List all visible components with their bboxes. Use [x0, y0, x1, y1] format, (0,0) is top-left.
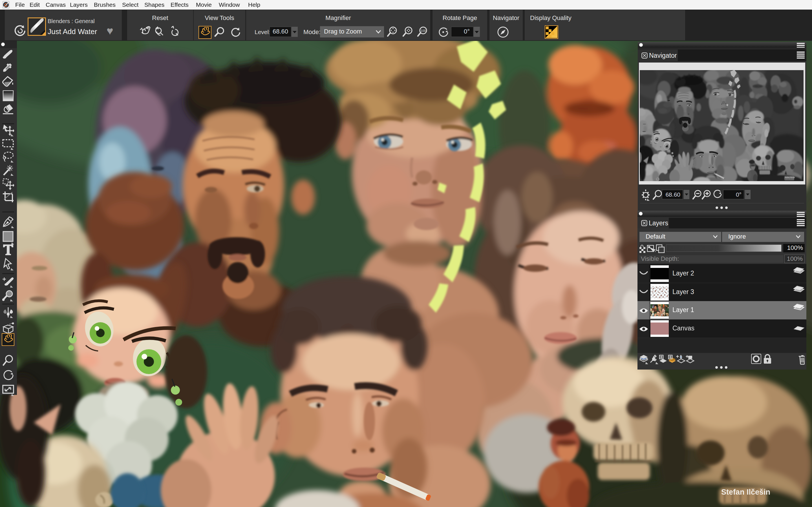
svg-text:0°: 0° — [736, 191, 742, 198]
svg-text:68.60: 68.60 — [665, 191, 680, 198]
svg-text:100: 100 — [421, 29, 426, 33]
